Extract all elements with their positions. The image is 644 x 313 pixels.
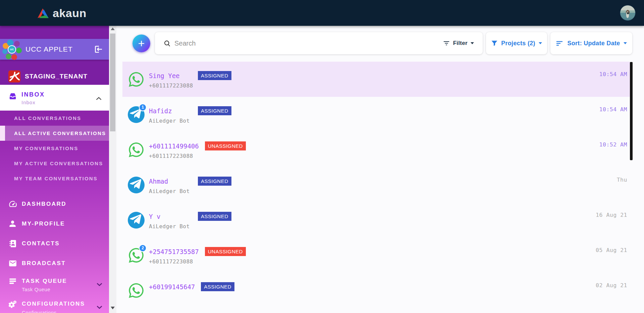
sidebar-top-strip bbox=[0, 26, 109, 39]
contact-name: +254751735587 bbox=[149, 248, 199, 255]
status-badge: UNASSIGNED bbox=[205, 141, 246, 150]
applet-title: UCC APPLET bbox=[25, 45, 73, 53]
conversation-time: 16 Aug 21 bbox=[596, 212, 627, 238]
sort-button[interactable]: Sort: Update Date bbox=[550, 32, 632, 54]
profile-icon bbox=[8, 220, 17, 228]
telegram-icon bbox=[128, 212, 145, 229]
contact-name: Hafidz bbox=[149, 107, 192, 115]
conversation-row[interactable]: +601111499406 UNASSIGNED +601117223088 1… bbox=[122, 132, 630, 167]
sidebar-item-label: TASK QUEUE bbox=[22, 278, 67, 285]
sidebar-scrollbar[interactable] bbox=[109, 26, 116, 313]
app-logo-text: akaun bbox=[53, 7, 87, 20]
conversation-row[interactable]: Y v ASSIGNED AiLedger Bot 16 Aug 21 bbox=[122, 202, 630, 238]
projects-filter-button[interactable]: Projects (2) bbox=[486, 32, 547, 54]
telegram-icon bbox=[128, 177, 145, 193]
contact-name: Ahmad bbox=[149, 178, 192, 185]
whatsapp-icon bbox=[128, 141, 145, 158]
conversation-time: 10:54 AM bbox=[599, 106, 627, 132]
whatsapp-icon bbox=[128, 71, 145, 88]
sidebar-item-dashboard[interactable]: DASHBOARD bbox=[0, 194, 109, 214]
sidebar-item-my-conversations[interactable]: MY CONVERSATIONS bbox=[0, 141, 109, 156]
conversation-subtitle: +601117223088 bbox=[149, 82, 231, 89]
sidebar-item-task-queue[interactable]: TASK QUEUE Task Queue bbox=[0, 273, 109, 296]
sidebar-item-all-conversations[interactable]: ALL CONVERSATIONS bbox=[0, 111, 109, 126]
filter-button[interactable]: Filter bbox=[443, 40, 474, 47]
broadcast-icon bbox=[8, 259, 17, 268]
sidebar-item-all-active-conversations[interactable]: ALL ACTIVE CONVERSATIONS bbox=[0, 126, 109, 141]
whatsapp-icon: 2 bbox=[128, 247, 145, 264]
search-input[interactable] bbox=[174, 40, 443, 47]
unread-count-badge: 2 bbox=[139, 244, 147, 252]
conversation-row[interactable]: +60199145647 ASSIGNED 02 Aug 21 bbox=[122, 273, 630, 308]
projects-label: Projects (2) bbox=[501, 40, 535, 47]
unread-count-badge: 1 bbox=[139, 104, 147, 111]
filter-list-icon bbox=[443, 40, 450, 46]
scrollbar-thumb[interactable] bbox=[110, 34, 115, 131]
contact-name: Sing Yee bbox=[149, 72, 192, 79]
conversation-time: 02 Aug 21 bbox=[596, 282, 627, 308]
caret-down-icon bbox=[624, 42, 627, 44]
tenant-selector[interactable]: STAGING_TENANT bbox=[0, 68, 109, 85]
applet-header[interactable]: UC UCC APPLET bbox=[0, 39, 109, 60]
sidebar-item-configurations[interactable]: CONFIGURATIONS Configurations bbox=[0, 296, 109, 313]
sidebar-item-label: DASHBOARD bbox=[22, 201, 66, 207]
akaun-triangle-logo-icon bbox=[37, 8, 49, 19]
status-badge: UNASSIGNED bbox=[205, 247, 246, 256]
conversation-row[interactable]: Sing Yee ASSIGNED +601117223088 10:54 AM bbox=[122, 62, 630, 97]
caret-down-icon bbox=[539, 42, 542, 44]
status-badge: ASSIGNED bbox=[198, 71, 231, 80]
contact-name: +601111499406 bbox=[149, 142, 199, 150]
sidebar-item-sublabel: Configurations bbox=[22, 310, 109, 313]
conversation-subtitle: AiLedger Bot bbox=[149, 118, 231, 124]
conversation-panel: + Filter bbox=[116, 26, 644, 313]
task-queue-icon bbox=[8, 277, 17, 286]
chevron-down-icon[interactable] bbox=[97, 283, 102, 286]
sort-icon bbox=[556, 40, 564, 46]
sidebar-item-label: MY TEAM CONVERSATIONS bbox=[14, 176, 98, 181]
chevron-up-icon[interactable] bbox=[96, 96, 102, 102]
search-bar[interactable]: Filter bbox=[155, 32, 483, 54]
conversation-subtitle: AiLedger Bot bbox=[149, 223, 231, 230]
conversation-subtitle: +601117223088 bbox=[149, 153, 246, 159]
sidebar-item-sublabel: Task Queue bbox=[22, 287, 109, 292]
conversation-row[interactable]: 2 +254751735587 UNASSIGNED +601117223088… bbox=[122, 238, 630, 273]
conversation-row[interactable]: Ahmad ASSIGNED AiLedger Bot Thu bbox=[122, 167, 630, 202]
sidebar-item-label: MY CONVERSATIONS bbox=[14, 145, 78, 151]
contact-name: Y v bbox=[149, 213, 192, 220]
sidebar-item-inbox[interactable]: INBOX Inbox bbox=[0, 85, 109, 111]
contact-name: +60199145647 bbox=[149, 283, 195, 291]
scroll-down-arrow-icon[interactable] bbox=[109, 307, 116, 311]
tenant-name: STAGING_TENANT bbox=[25, 73, 88, 80]
ucc-applet-icon: UC bbox=[3, 40, 21, 59]
conversation-time: 10:54 AM bbox=[599, 71, 627, 97]
sidebar-item-my-team-conversations[interactable]: MY TEAM CONVERSATIONS bbox=[0, 171, 109, 186]
status-badge: ASSIGNED bbox=[198, 212, 231, 221]
sidebar-item-label: MY-PROFILE bbox=[22, 221, 65, 227]
exit-applet-icon[interactable] bbox=[94, 45, 103, 54]
conversation-list-scrollbar[interactable] bbox=[630, 62, 633, 160]
user-avatar[interactable] bbox=[620, 5, 636, 21]
configurations-icon bbox=[8, 300, 17, 309]
new-conversation-button[interactable]: + bbox=[132, 35, 150, 52]
status-badge: ASSIGNED bbox=[201, 282, 234, 291]
dashboard-icon bbox=[8, 199, 17, 208]
funnel-icon bbox=[491, 40, 498, 47]
sidebar-strip bbox=[0, 60, 109, 68]
conversation-list: Sing Yee ASSIGNED +601117223088 10:54 AM… bbox=[122, 62, 630, 308]
sort-label: Sort: Update Date bbox=[567, 40, 620, 47]
inbox-title: INBOX bbox=[21, 91, 45, 98]
app-logo: akaun bbox=[37, 7, 87, 20]
filter-label: Filter bbox=[453, 40, 468, 47]
sidebar-item-label: CONTACTS bbox=[22, 240, 60, 247]
conversation-row[interactable]: 1 Hafidz ASSIGNED AiLedger Bot 10:54 AM bbox=[122, 97, 630, 132]
conversation-time: 10:52 AM bbox=[599, 141, 627, 167]
sidebar-item-broadcast[interactable]: BROADCAST bbox=[0, 253, 109, 273]
sidebar-item-contacts[interactable]: CONTACTS bbox=[0, 234, 109, 253]
sidebar-item-my-active-conversations[interactable]: MY ACTIVE CONVERSATIONS bbox=[0, 156, 109, 171]
chevron-down-icon[interactable] bbox=[97, 306, 102, 309]
conversation-subtitle: +601117223088 bbox=[149, 258, 246, 265]
list-toolbar: + Filter bbox=[132, 32, 632, 54]
scroll-up-arrow-icon[interactable] bbox=[109, 27, 116, 32]
conversation-time: 05 Aug 21 bbox=[596, 247, 627, 273]
sidebar-item-my-profile[interactable]: MY-PROFILE bbox=[0, 214, 109, 234]
